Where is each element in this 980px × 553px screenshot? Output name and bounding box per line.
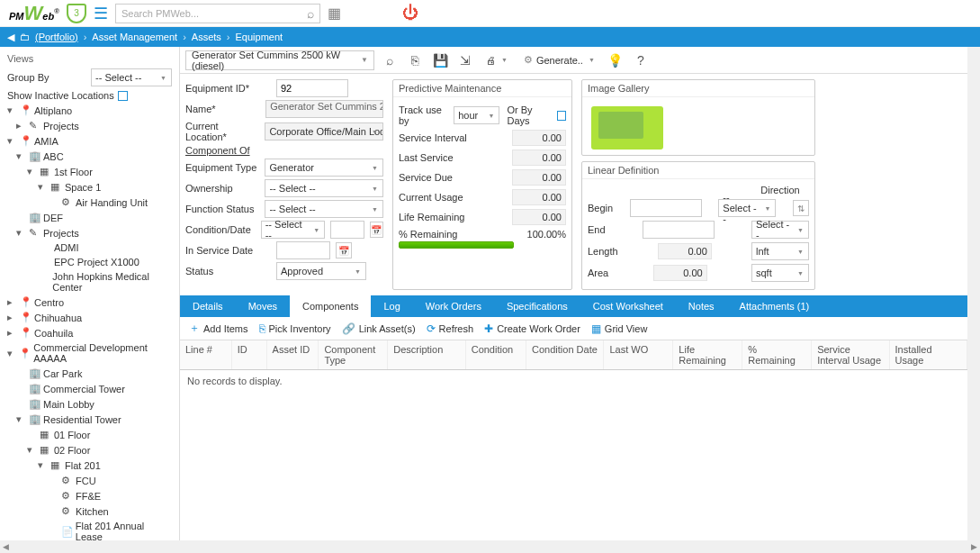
tab-log[interactable]: Log [371,295,412,317]
breadcrumb-portfolio[interactable]: (Portfolio) [35,32,78,42]
bulb-icon[interactable]: 💡 [606,50,625,70]
right-rail[interactable] [967,47,980,553]
tree-node[interactable]: ▾▦02 Floor [0,442,179,458]
save-exit-icon[interactable]: ⇲ [455,50,475,70]
in-service-date-input[interactable] [276,241,330,259]
show-inactive-row[interactable]: Show Inactive Locations [0,88,179,103]
grid-col-header[interactable]: Component Type [319,340,388,369]
tree-node[interactable]: ▾✎Projects [0,225,179,240]
tree-node[interactable]: ▾▦Flat 201 [0,458,179,473]
tab-details[interactable]: Details [180,295,236,317]
record-selector[interactable]: Generator Set Cummins 2500 kW (diesel) [185,50,374,70]
tree-node[interactable]: ▸✎Projects [0,118,179,133]
grid-col-header[interactable]: Installed Usage [890,340,967,369]
subtb-add-items[interactable]: ＋Add Items [189,321,248,336]
tree-node[interactable]: ▾📍AMIA [0,133,179,149]
tree-node[interactable]: ▸📍Coahuila [0,325,179,340]
subtb-grid-view[interactable]: ▦Grid View [591,322,647,335]
tree-node[interactable]: ▾▦Space 1 [0,179,179,195]
tree-node[interactable]: ▾🏢Residential Tower [0,412,179,427]
tree-node[interactable]: 🏢Main Lobby [0,396,179,412]
tab-specifications[interactable]: Specifications [494,295,580,317]
subtb-refresh[interactable]: ⟳Refresh [427,322,474,335]
tree-node[interactable]: ▾📍Commercial Development AAAAA [0,340,179,366]
tree-node[interactable]: EPC Project X1000 [0,255,179,269]
ownership-select[interactable]: -- Select -- [265,179,383,197]
tree-node[interactable]: ⚙Air Handing Unit [0,195,179,210]
tree-node[interactable]: ▾🏢ABC [0,149,179,164]
grid-col-header[interactable]: ID [232,340,267,369]
swap-icon[interactable]: ⇅ [793,200,809,216]
tree-node[interactable]: ⚙FF&E [0,488,179,503]
tree-node[interactable]: ▸📍Chihuahua [0,310,179,325]
breadcrumb-item[interactable]: Asset Management [92,32,177,42]
breadcrumb-item[interactable]: Assets [192,32,221,42]
subtb-create-work-order[interactable]: ✚Create Work Order [484,322,580,335]
equipment-id-input[interactable] [276,79,348,97]
grid-col-header[interactable]: Last WO [604,340,673,369]
tab-work-orders[interactable]: Work Orders [413,295,494,317]
area-unit-select[interactable]: sqft [751,264,809,282]
direction-select[interactable]: -- Select -- [718,199,776,217]
group-by-select[interactable]: -- Select -- [91,68,172,86]
grid-col-header[interactable]: Life Remaining [673,340,742,369]
calendar-icon[interactable]: ▦ [328,5,341,22]
tree-node[interactable]: John Hopkins Medical Center [0,269,179,295]
grid-col-header[interactable]: Service Interval Usage [812,340,889,369]
grid-col-header[interactable]: % Remaining [742,340,812,369]
save-icon[interactable]: 💾 [430,50,450,70]
tree-node[interactable]: ▸📍Centro [0,295,179,310]
tab-notes[interactable]: Notes [676,295,727,317]
tree-node[interactable]: ⚙Kitchen [0,503,179,519]
search-input[interactable]: Search PMWeb... ⌕ [115,4,320,23]
condition-select[interactable]: -- Select -- [261,221,325,239]
or-by-days-checkbox[interactable] [557,111,566,121]
print-button[interactable]: 🖨 [481,50,513,70]
tree-node[interactable]: ADMI [0,240,179,255]
end-direction-select[interactable]: Select -- [751,221,809,239]
tab-cost-worksheet[interactable]: Cost Worksheet [580,295,676,317]
condition-date-input[interactable] [330,221,364,239]
horizontal-scrollbar[interactable] [0,540,980,553]
new-record-icon[interactable]: ⎘ [405,50,425,70]
breadcrumb-item[interactable]: Equipment [236,32,283,42]
tab-attachments-[interactable]: Attachments (1) [727,295,823,317]
length-unit-select[interactable]: lnft [751,242,809,260]
tree-node[interactable]: 🏢Commercial Tower [0,381,179,396]
help-icon[interactable]: ? [631,50,651,70]
search-record-icon[interactable]: ⌕ [380,50,400,70]
tree-node[interactable]: ▾▦1st Floor [0,164,179,179]
grid-col-header[interactable]: Condition [466,340,526,369]
tab-components[interactable]: Components [290,295,371,317]
function-status-select[interactable]: -- Select -- [265,200,383,218]
calendar-icon[interactable]: 📅 [336,242,352,258]
name-field[interactable]: Generator Set Cummins 2500 kW (diesel) [265,100,383,118]
grid-col-header[interactable]: Line # [180,340,232,369]
show-inactive-checkbox[interactable] [118,91,128,101]
tree-node[interactable]: 🏢DEF [0,210,179,225]
track-use-select[interactable]: hour [454,106,499,124]
power-icon[interactable]: ⏻ [402,4,418,23]
menu-icon[interactable]: ☰ [94,4,108,23]
tree-node[interactable]: ▦01 Floor [0,427,179,442]
subtb-link-asset-s-[interactable]: 🔗Link Asset(s) [342,322,416,335]
generate-button[interactable]: ⚙Generate.. [518,50,600,70]
end-input[interactable] [643,221,715,239]
back-icon[interactable]: ◀ [7,32,14,43]
subtb-pick-inventory[interactable]: ⎘Pick Inventory [259,322,331,335]
grid-col-header[interactable]: Asset ID [267,340,319,369]
tree-node[interactable]: ▾📍Altiplano [0,103,179,118]
shield-badge[interactable]: 3 [67,4,86,23]
tab-moves[interactable]: Moves [236,295,290,317]
tree-node[interactable]: ⚙FCU [0,473,179,488]
equipment-type-select[interactable]: Generator [265,159,383,177]
grid-col-header[interactable]: Condition Date [526,340,604,369]
gallery-image[interactable] [591,106,663,150]
search-icon[interactable]: ⌕ [307,6,314,21]
tree-node[interactable]: 🏢Car Park [0,366,179,381]
component-of-link[interactable]: Component Of [185,145,271,156]
grid-col-header[interactable]: Description [388,340,465,369]
status-select[interactable]: Approved [276,262,366,280]
calendar-icon[interactable]: 📅 [370,222,383,238]
location-select[interactable]: Corporate Office/Main Lodge/Ground [265,122,383,141]
